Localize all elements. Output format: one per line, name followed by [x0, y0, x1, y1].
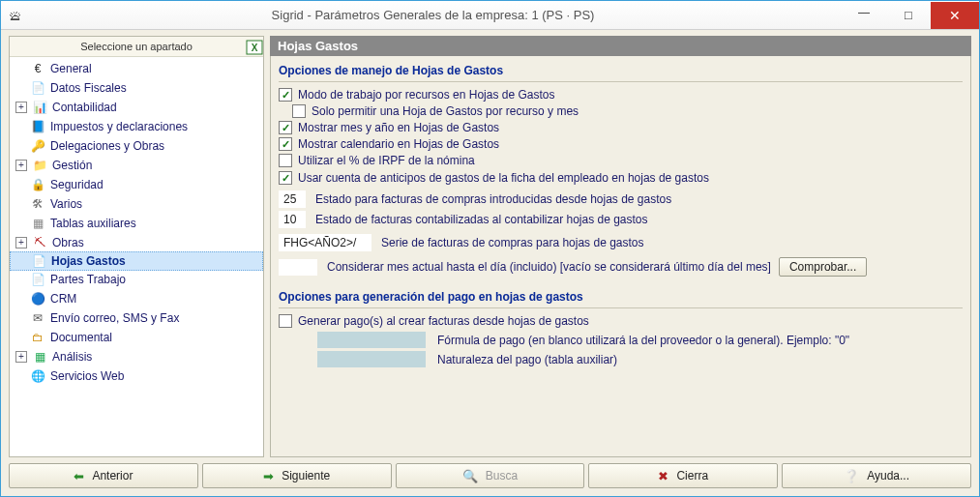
chk-anticipos[interactable]: ✓	[279, 171, 292, 185]
sidebar-item-datos-fiscales[interactable]: 📄Datos Fiscales	[10, 78, 263, 98]
chk-mostrar-cal[interactable]: ✓	[279, 137, 292, 151]
app-icon: 🛎	[1, 8, 24, 23]
chk-generar-pago[interactable]	[279, 314, 292, 328]
sidebar-item-label: Datos Fiscales	[50, 81, 127, 95]
chk-modo-trabajo[interactable]: ✓	[279, 88, 292, 102]
sidebar-item-tablas-aux[interactable]: ▦Tablas auxiliares	[10, 214, 263, 233]
chk-irpf[interactable]	[279, 154, 292, 167]
sidebar-item-partes-trabajo[interactable]: 📄Partes Trabajo	[10, 270, 263, 289]
lbl-cierra: Cierra	[676, 469, 708, 482]
close-button[interactable]	[931, 2, 979, 29]
main-panel: Hojas Gastos Opciones de manejo de Hojas…	[270, 36, 971, 457]
footer-toolbar: ⬅ Anterior ➡ Siguiente 🔍 Busca ✖ Cierra …	[9, 457, 971, 488]
sidebar-item-servicios-web[interactable]: 🌐Servicios Web	[10, 366, 263, 386]
input-naturaleza-pago[interactable]	[317, 351, 426, 367]
lbl-formula-pago: Fórmula de pago (en blanco utilizará la …	[437, 334, 849, 347]
crm-icon: 🔵	[29, 292, 46, 306]
sidebar-item-label: CRM	[50, 292, 76, 306]
lbl-busca: Busca	[486, 469, 518, 482]
sidebar-item-label: Hojas Gastos	[51, 254, 126, 268]
impuestos-icon: 📘	[29, 120, 46, 133]
input-serie[interactable]: FHG<AÑO2>/	[279, 234, 371, 251]
contabilidad-icon: 📊	[31, 101, 48, 114]
sidebar-item-documental[interactable]: 🗀Documental	[10, 328, 263, 347]
sidebar-item-label: Impuestos y declaraciones	[50, 120, 188, 133]
window-title: Sigrid - Parámetros Generales de la empr…	[24, 8, 842, 22]
btn-anterior[interactable]: ⬅ Anterior	[9, 463, 198, 488]
expander-icon[interactable]: +	[15, 237, 27, 248]
row-serie: FHG<AÑO2>/ Serie de facturas de compras …	[279, 234, 963, 251]
lbl-anticipos: Usar cuenta de anticipos de gastos de la…	[298, 171, 709, 185]
chk-mostrar-mes[interactable]: ✓	[279, 121, 292, 134]
lbl-mostrar-cal: Mostrar calendario en Hojas de Gastos	[298, 137, 499, 151]
panel-title: Hojas Gastos	[270, 36, 971, 56]
partes-trabajo-icon: 📄	[29, 273, 46, 286]
expander-icon[interactable]: +	[15, 102, 27, 113]
expander-icon[interactable]: +	[15, 351, 27, 363]
input-estado-facturas[interactable]: 25	[279, 190, 306, 208]
main-area: Seleccione un apartado X €General📄Datos …	[9, 36, 971, 457]
sidebar-item-analisis[interactable]: +▦Análisis	[10, 347, 263, 366]
sidebar-item-envio[interactable]: ✉Envío correo, SMS y Fax	[10, 308, 263, 328]
content-area: Seleccione un apartado X €General📄Datos …	[1, 30, 979, 496]
analisis-icon: ▦	[31, 350, 48, 364]
envio-icon: ✉	[29, 311, 46, 325]
lbl-generar-pago: Generar pago(s) al crear facturas desde …	[298, 314, 589, 328]
sidebar: Seleccione un apartado X €General📄Datos …	[9, 36, 264, 457]
btn-ayuda[interactable]: ❔ Ayuda...	[782, 463, 971, 488]
sidebar-item-delegaciones[interactable]: 🔑Delegaciones y Obras	[10, 136, 263, 156]
lbl-estado-facturas: Estado para facturas de compras introduc…	[315, 192, 671, 206]
input-considerar[interactable]	[279, 259, 317, 276]
sidebar-item-general[interactable]: €General	[10, 59, 263, 78]
lbl-solo-permitir: Solo permitir una Hoja de Gastos por rec…	[312, 104, 579, 118]
search-icon: 🔍	[462, 469, 478, 483]
sidebar-item-impuestos[interactable]: 📘Impuestos y declaraciones	[10, 117, 263, 136]
btn-comprobar[interactable]: Comprobar...	[779, 257, 867, 277]
expander-icon[interactable]: +	[15, 160, 27, 171]
delegaciones-icon: 🔑	[29, 139, 46, 153]
sidebar-item-label: Gestión	[52, 159, 92, 172]
row-solo-permitir: Solo permitir una Hoja de Gastos por rec…	[279, 104, 963, 118]
sidebar-tree[interactable]: €General📄Datos Fiscales+📊Contabilidad📘Im…	[10, 57, 263, 456]
btn-siguiente[interactable]: ➡ Siguiente	[202, 463, 392, 488]
sidebar-item-contabilidad[interactable]: +📊Contabilidad	[10, 98, 263, 117]
lbl-serie: Serie de facturas de compras para hojas …	[381, 236, 644, 249]
btn-busca[interactable]: 🔍 Busca	[396, 463, 585, 488]
row-mostrar-cal: ✓ Mostrar calendario en Hojas de Gastos	[279, 137, 963, 151]
help-icon: ❔	[844, 469, 859, 483]
sidebar-item-crm[interactable]: 🔵CRM	[10, 289, 263, 308]
close-x-icon: ✖	[658, 469, 668, 483]
input-formula-pago[interactable]	[317, 332, 426, 348]
sidebar-item-label: Documental	[50, 331, 112, 344]
sidebar-item-varios[interactable]: 🛠Varios	[10, 194, 263, 214]
sidebar-item-label: General	[50, 62, 92, 75]
lbl-estado-contab: Estado de facturas contabilizadas al con…	[315, 213, 648, 226]
input-estado-contab[interactable]: 10	[279, 211, 306, 228]
titlebar: 🛎 Sigrid - Parámetros Generales de la em…	[1, 1, 979, 30]
sidebar-item-label: Seguridad	[50, 178, 104, 191]
hojas-gastos-icon: 📄	[30, 254, 47, 268]
sidebar-item-seguridad[interactable]: 🔒Seguridad	[10, 175, 263, 194]
sidebar-item-obras[interactable]: +⛏Obras	[10, 233, 263, 252]
sidebar-header-label: Seleccione un apartado	[80, 41, 193, 52]
sidebar-item-label: Envío correo, SMS y Fax	[50, 311, 179, 325]
varios-icon: 🛠	[29, 197, 46, 211]
lbl-naturaleza-pago: Naturaleza del pago (tabla auxiliar)	[437, 353, 617, 366]
excel-export-icon[interactable]: X	[244, 38, 265, 57]
maximize-button[interactable]	[886, 2, 931, 29]
section2-title: Opciones para generación del pago en hoj…	[279, 286, 963, 308]
sidebar-item-gestion[interactable]: +📁Gestión	[10, 156, 263, 175]
chk-solo-permitir[interactable]	[292, 104, 306, 118]
row-formula-pago: Fórmula de pago (en blanco utilizará la …	[279, 332, 963, 348]
row-generar-pago: Generar pago(s) al crear facturas desde …	[279, 314, 963, 328]
documental-icon: 🗀	[29, 331, 46, 344]
sidebar-item-hojas-gastos[interactable]: 📄Hojas Gastos	[10, 251, 263, 271]
minimize-button[interactable]	[842, 2, 886, 29]
obras-icon: ⛏	[31, 236, 48, 249]
btn-cierra[interactable]: ✖ Cierra	[588, 463, 778, 488]
lbl-mostrar-mes: Mostrar mes y año en Hojas de Gastos	[298, 121, 499, 134]
row-estado-facturas: 25 Estado para facturas de compras intro…	[279, 190, 963, 208]
row-estado-contab: 10 Estado de facturas contabilizadas al …	[279, 211, 963, 228]
app-window: 🛎 Sigrid - Parámetros Generales de la em…	[0, 0, 980, 497]
servicios-web-icon: 🌐	[29, 369, 46, 383]
